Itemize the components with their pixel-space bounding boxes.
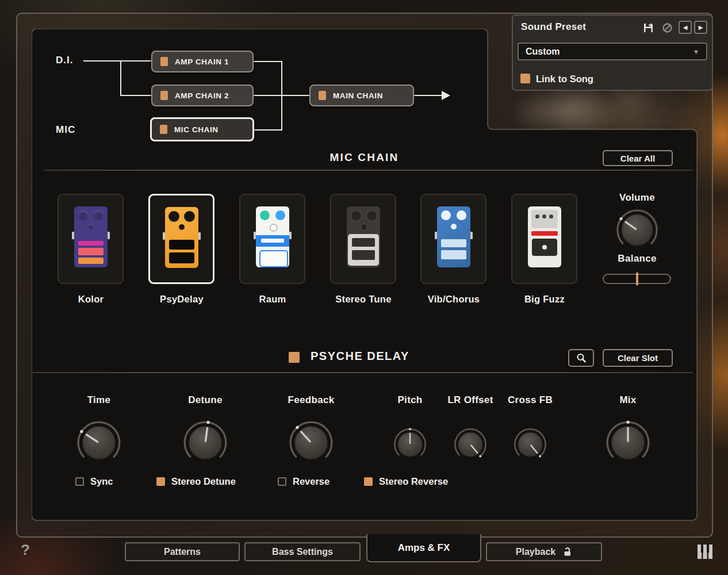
tab-label: Playback [516, 547, 555, 557]
section-divider [44, 170, 693, 171]
sound-preset-panel: Sound Preset ◀ ▶ Custom ▼ Link to Song [512, 14, 713, 91]
chain-label: AMP CHAIN 1 [175, 57, 229, 66]
unlock-icon [562, 547, 572, 557]
save-icon[interactable] [643, 22, 654, 33]
pedal-name: Stereo Tune [317, 294, 409, 305]
preset-next-button[interactable]: ▶ [694, 21, 707, 34]
chain-indicator [160, 125, 167, 134]
signal-flow-lines [32, 29, 488, 155]
section-divider [33, 372, 693, 373]
link-to-song-label: Link to Song [536, 74, 593, 85]
preset-dropdown-value: Custom [526, 47, 560, 57]
effect-indicator[interactable] [289, 352, 300, 363]
tab-label: Bass Settings [272, 547, 333, 557]
chain-label: MIC CHAIN [174, 125, 219, 134]
raum-pedal-graphic [256, 206, 289, 267]
tab-bass-settings[interactable]: Bass Settings [244, 542, 361, 561]
pedal-name: Big Fuzz [499, 294, 591, 305]
tab-label: Patterns [164, 547, 201, 557]
tab-amps-fx[interactable]: Amps & FX [366, 534, 481, 562]
tab-label: Amps & FX [398, 542, 450, 554]
preset-prev-button[interactable]: ◀ [679, 21, 692, 34]
big-fuzz-pedal-graphic [528, 206, 561, 267]
balance-thumb[interactable] [636, 273, 638, 285]
knob-label: Time [59, 394, 139, 406]
tab-playback[interactable]: Playback [486, 542, 602, 561]
knob-label: Cross FB [490, 394, 570, 406]
browse-effect-button[interactable] [568, 349, 594, 367]
mic-chain-button[interactable]: MIC CHAIN [150, 117, 254, 141]
checkbox-box [156, 477, 165, 486]
vib-chorus-pedal-graphic [437, 206, 470, 267]
checkbox-box [364, 477, 373, 486]
stereo-detune-checkbox[interactable]: Stereo Detune [156, 476, 236, 487]
volume-label: Volume [597, 192, 677, 204]
psydelay-pedal-graphic [165, 207, 198, 268]
clear-slot-label: Clear Slot [618, 353, 658, 363]
chain-label: MAIN CHAIN [333, 91, 383, 100]
link-to-song-checkbox[interactable] [520, 74, 530, 83]
checkbox-label: Reverse [293, 476, 329, 487]
cross-fb-knob[interactable] [512, 426, 549, 463]
pedal-name: PsyDelay [136, 294, 228, 305]
prev-arrow-icon: ◀ [683, 25, 688, 30]
next-arrow-icon: ▶ [699, 25, 703, 30]
sync-checkbox[interactable]: Sync [75, 476, 113, 487]
chain-label: AMP CHAIN 2 [175, 91, 229, 100]
reverse-checkbox[interactable]: Reverse [278, 476, 329, 487]
preset-title: Sound Preset [521, 21, 586, 33]
stereo-tune-pedal-graphic [347, 206, 380, 267]
volume-knob[interactable] [614, 206, 661, 254]
balance-slider[interactable] [603, 274, 671, 284]
chain-indicator [319, 91, 326, 100]
knob-label: Feedback [271, 394, 351, 406]
search-icon [576, 352, 587, 364]
chain-indicator [160, 91, 168, 100]
pedal-slot-kolor[interactable] [58, 194, 124, 284]
checkbox-box [75, 477, 84, 486]
checkbox-box [278, 477, 286, 486]
keyboard-icon[interactable] [697, 541, 713, 562]
clear-all-label: Clear All [620, 154, 655, 163]
knob-label: Mix [588, 394, 668, 406]
pedal-slot-raum[interactable] [239, 194, 305, 284]
help-button[interactable]: ? [21, 541, 30, 559]
pitch-knob[interactable] [392, 426, 428, 463]
clear-all-button[interactable]: Clear All [603, 150, 673, 166]
chevron-down-icon: ▼ [693, 48, 699, 55]
lr-offset-knob[interactable] [452, 426, 489, 463]
pedal-name: Kolor [45, 294, 137, 305]
main-chain-button[interactable]: MAIN CHAIN [309, 85, 414, 106]
pedal-slot-psydelay[interactable] [148, 194, 214, 284]
knob-label: Detune [165, 394, 246, 406]
amp-chain-2-button[interactable]: AMP CHAIN 2 [151, 85, 254, 106]
preset-dropdown[interactable]: Custom ▼ [518, 43, 707, 60]
chain-indicator [160, 57, 168, 66]
stereo-reverse-checkbox[interactable]: Stereo Reverse [364, 476, 448, 487]
pedal-slot-stereo-tune[interactable] [330, 194, 396, 284]
detune-knob[interactable] [181, 418, 230, 467]
checkbox-label: Sync [90, 476, 113, 487]
effect-title: PSYCHE DELAY [311, 350, 409, 363]
pedal-name: Vib/Chorus [408, 294, 500, 305]
balance-label: Balance [597, 253, 677, 264]
pedal-slot-big-fuzz[interactable] [511, 194, 577, 284]
mix-knob[interactable] [603, 418, 653, 467]
pedal-name: Raum [227, 294, 319, 305]
clear-slot-button[interactable]: Clear Slot [603, 349, 673, 367]
tab-patterns[interactable]: Patterns [125, 542, 240, 561]
kolor-pedal-graphic [74, 206, 108, 267]
time-knob[interactable] [74, 418, 124, 467]
checkbox-label: Stereo Detune [171, 476, 236, 487]
bypass-icon[interactable] [662, 22, 673, 33]
pedal-slot-vib-chorus[interactable] [420, 194, 486, 284]
feedback-knob[interactable] [286, 418, 336, 467]
amp-chain-1-button[interactable]: AMP CHAIN 1 [151, 51, 254, 72]
checkbox-label: Stereo Reverse [379, 476, 448, 487]
mic-chain-section-title: MIC CHAIN [32, 151, 697, 164]
